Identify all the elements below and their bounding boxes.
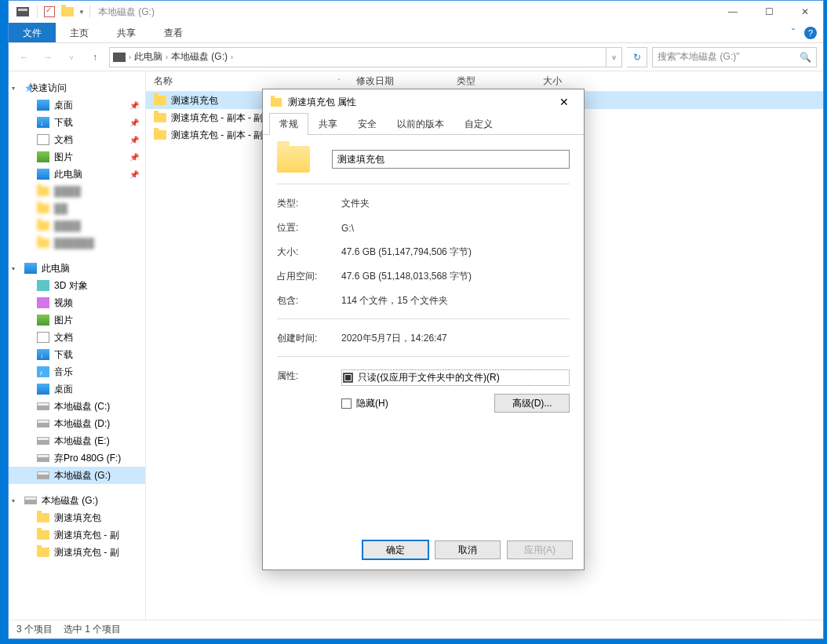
tab-home[interactable]: 主页	[56, 23, 103, 42]
nav-pictures2[interactable]: 图片	[9, 311, 145, 329]
folder-icon	[154, 96, 166, 105]
folder-icon	[271, 98, 282, 107]
pin-icon: 📌	[129, 136, 139, 144]
ok-button[interactable]: 确定	[362, 540, 428, 559]
nav-item-hidden[interactable]: ████	[9, 183, 145, 200]
nav-drive-e[interactable]: 本地磁盘 (E:)	[9, 432, 145, 449]
help-icon[interactable]: ?	[804, 27, 817, 39]
pictures-icon	[37, 315, 49, 326]
tab-custom[interactable]: 自定义	[454, 113, 503, 135]
nav-thispc[interactable]: ▾此电脑	[9, 260, 145, 277]
downloads-icon	[37, 117, 49, 128]
nav-drive-f[interactable]: 弃Pro 480G (F:)	[9, 449, 145, 467]
pin-icon: 📌	[129, 118, 139, 127]
nav-up-button[interactable]: ↑	[86, 48, 104, 67]
downloads-icon	[37, 349, 49, 360]
refresh-button[interactable]: ↻	[627, 47, 647, 67]
readonly-checkbox[interactable]	[343, 373, 353, 383]
nav-drive-g-tree[interactable]: ▾本地磁盘 (G:)	[9, 492, 145, 509]
nav-documents2[interactable]: 文档	[9, 329, 145, 346]
music-icon	[37, 366, 49, 377]
value-contains: 114 个文件，15 个文件夹	[341, 294, 448, 307]
nav-item-hidden[interactable]: ██████	[9, 235, 145, 252]
tab-security[interactable]: 安全	[348, 113, 387, 135]
tab-previous-versions[interactable]: 以前的版本	[387, 113, 454, 135]
column-date[interactable]: 修改日期	[348, 75, 449, 88]
folder-icon	[37, 513, 49, 522]
video-icon	[37, 297, 49, 308]
nav-back-button[interactable]: ←	[15, 48, 34, 67]
value-location: G:\	[341, 223, 354, 234]
chevron-right-icon[interactable]: ›	[231, 53, 233, 61]
qat-newfolder-icon[interactable]	[61, 7, 74, 16]
nav-drive-g[interactable]: 本地磁盘 (G:)	[9, 467, 145, 484]
pin-icon: 📌	[129, 153, 139, 162]
column-name[interactable]: 名称˄	[146, 75, 348, 88]
breadcrumb[interactable]: › 此电脑 › 本地磁盘 (G:) ›	[109, 47, 607, 67]
folder-icon	[37, 548, 49, 557]
titlebar: ▼ 本地磁盘 (G:) — ☐ ✕	[9, 1, 823, 23]
dialog-tabs: 常规 共享 安全 以前的版本 自定义	[263, 115, 584, 135]
label-created: 创建时间:	[277, 332, 341, 345]
maximize-button[interactable]: ☐	[751, 1, 787, 23]
search-icon[interactable]: 🔍	[800, 52, 811, 63]
nav-quick-access[interactable]: ▾快速访问	[9, 79, 145, 96]
nav-folder1[interactable]: 测速填充包	[9, 509, 145, 526]
folder-name-input[interactable]	[332, 150, 570, 169]
cancel-button[interactable]: 取消	[435, 540, 501, 559]
qat-properties-icon[interactable]	[44, 6, 55, 17]
tab-general[interactable]: 常规	[269, 113, 308, 135]
nav-item-hidden[interactable]: ████	[9, 217, 145, 235]
dialog-close-button[interactable]: ✕	[552, 90, 576, 114]
nav-3dobjects[interactable]: 3D 对象	[9, 277, 145, 294]
folder-icon	[37, 187, 49, 196]
tab-file[interactable]: 文件	[9, 23, 56, 42]
nav-drive-c[interactable]: 本地磁盘 (C:)	[9, 398, 145, 415]
qat-dropdown-icon[interactable]: ▼	[78, 9, 85, 16]
dialog-titlebar: 测速填充包 属性 ✕	[263, 89, 584, 115]
nav-desktop2[interactable]: 桌面	[9, 380, 145, 398]
drive-icon	[16, 7, 29, 16]
label-type: 类型:	[277, 197, 341, 210]
value-created: 2020年5月7日，14:26:47	[341, 332, 447, 345]
nav-folder3[interactable]: 测速填充包 - 副	[9, 544, 145, 561]
separator	[277, 318, 570, 319]
nav-thispc-pin[interactable]: 此电脑📌	[9, 166, 145, 183]
chevron-right-icon[interactable]: ›	[166, 53, 168, 61]
chevron-right-icon[interactable]: ›	[129, 53, 131, 61]
nav-downloads[interactable]: 下载📌	[9, 114, 145, 131]
status-bar: 3 个项目 选中 1 个项目	[9, 620, 823, 639]
nav-item-hidden[interactable]: ██	[9, 200, 145, 217]
nav-pictures[interactable]: 图片📌	[9, 148, 145, 166]
pin-icon: 📌	[129, 170, 139, 179]
tab-share[interactable]: 共享	[103, 23, 150, 42]
column-type[interactable]: 类型	[449, 75, 535, 88]
nav-recent-dropdown[interactable]: v	[62, 48, 81, 67]
hidden-checkbox[interactable]	[341, 398, 352, 409]
nav-music[interactable]: 音乐	[9, 363, 145, 380]
advanced-button[interactable]: 高级(D)...	[494, 394, 570, 413]
close-button[interactable]: ✕	[787, 1, 823, 23]
nav-downloads2[interactable]: 下载	[9, 346, 145, 363]
breadcrumb-dropdown[interactable]: v	[607, 47, 622, 67]
column-size[interactable]: 大小	[535, 75, 570, 88]
tab-share[interactable]: 共享	[308, 113, 348, 135]
breadcrumb-drive[interactable]: 本地磁盘 (G:)	[171, 50, 228, 64]
nav-desktop[interactable]: 桌面📌	[9, 96, 145, 114]
3d-icon	[37, 280, 49, 291]
nav-folder2[interactable]: 测速填充包 - 副	[9, 526, 145, 544]
nav-documents[interactable]: 文档📌	[9, 131, 145, 148]
navigation-pane: ▾快速访问 桌面📌 下载📌 文档📌 图片📌 此电脑📌 ████ ██ ████ …	[9, 71, 146, 636]
ribbon-collapse-icon[interactable]: ˇ	[792, 27, 795, 38]
label-contains: 包含:	[277, 294, 341, 307]
separator	[277, 184, 570, 184]
folder-icon	[37, 204, 49, 213]
breadcrumb-thispc[interactable]: 此电脑	[134, 50, 162, 64]
tab-view[interactable]: 查看	[150, 23, 197, 42]
pictures-icon	[37, 151, 49, 162]
search-input[interactable]: 搜索"本地磁盘 (G:)" 🔍	[652, 47, 817, 67]
nav-videos[interactable]: 视频	[9, 294, 145, 311]
minimize-button[interactable]: —	[715, 1, 751, 23]
desktop-icon	[37, 100, 49, 111]
nav-drive-d[interactable]: 本地磁盘 (D:)	[9, 415, 145, 432]
